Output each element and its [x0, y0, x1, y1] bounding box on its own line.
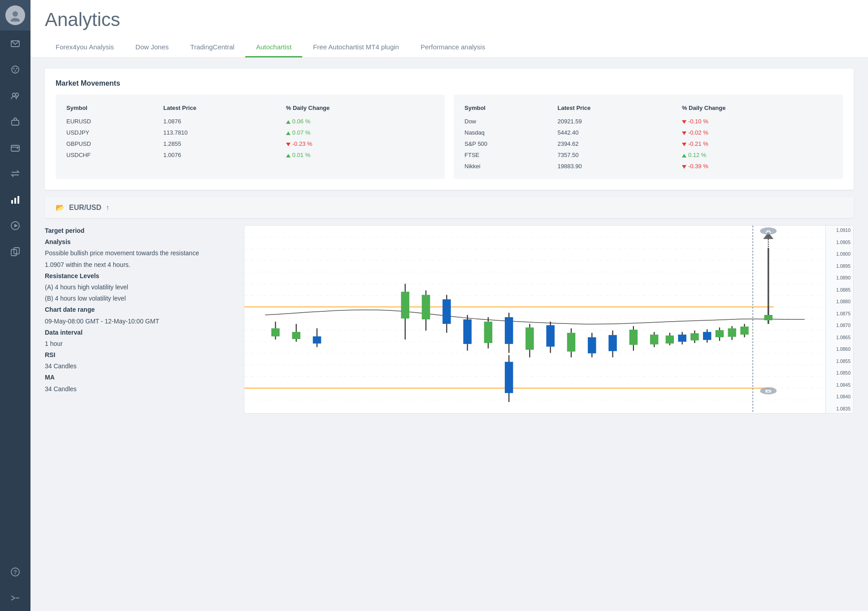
price-label: 1.0900 [829, 251, 851, 257]
briefcase-icon[interactable] [0, 109, 30, 135]
svg-rect-75 [666, 336, 674, 344]
mail-icon[interactable] [0, 31, 30, 57]
price-labels: 1.09101.09051.09001.08951.08901.08851.08… [825, 226, 853, 413]
arrow-up-icon [286, 131, 291, 135]
price-cell: 113.7810 [160, 127, 282, 138]
price-label: 1.0895 [829, 263, 851, 269]
svg-point-0 [13, 11, 18, 17]
change-cell: -0.21 % [678, 138, 836, 149]
eurusd-label: EUR/USD [69, 204, 101, 212]
table-row: Dow20921.59-0.10 % [461, 116, 836, 127]
price-label: 1.0865 [829, 335, 851, 340]
svg-rect-69 [608, 335, 617, 351]
table-row: FTSE7357.500.12 % [461, 149, 836, 161]
col-header: Latest Price [554, 102, 678, 116]
arrow-up-icon [682, 154, 686, 157]
analysis-line: 1.0907 within the next 4 hours. [45, 259, 233, 271]
svg-text:B: B [765, 389, 772, 393]
arrow-up-icon [286, 154, 291, 157]
wallet-icon[interactable] [0, 135, 30, 161]
tab-tradingcentral[interactable]: TradingCentral [179, 38, 245, 57]
symbol-cell: Nikkei [461, 161, 554, 172]
svg-rect-67 [588, 337, 596, 354]
change-cell: -0.23 % [282, 138, 438, 149]
price-label: 1.0875 [829, 311, 851, 316]
arrow-down-icon [682, 131, 686, 135]
col-header: Latest Price [160, 102, 282, 116]
transfer-icon[interactable] [0, 161, 30, 187]
symbol-cell: USDJPY [63, 127, 160, 138]
avatar-container[interactable] [0, 0, 30, 31]
tab-free-autochartist-mt4-plugin[interactable]: Free Autochartist MT4 plugin [302, 38, 410, 57]
table-row: GBPUSD1.2855-0.23 % [63, 138, 438, 149]
svg-point-4 [13, 68, 15, 70]
analysis-line: (A) 4 hours high volatility level [45, 282, 233, 293]
analysis-line: RSI [45, 349, 233, 361]
table-row: EURUSD1.08760.06 % [63, 116, 438, 127]
market-movements-card: Market Movements SymbolLatest Price% Dai… [45, 69, 854, 190]
analysis-line: MA [45, 372, 233, 383]
play-icon[interactable] [0, 213, 30, 239]
arrow-down-icon [286, 143, 291, 146]
analysis-line: Data interval [45, 327, 233, 338]
change-cell: -0.39 % [678, 161, 836, 172]
symbol-cell: FTSE [461, 149, 554, 161]
indices-table: SymbolLatest Price% Daily ChangeDow20921… [454, 95, 843, 179]
svg-point-1 [11, 18, 20, 22]
svg-rect-65 [567, 333, 576, 352]
arrow-down-icon [682, 120, 686, 124]
copy-icon[interactable] [0, 239, 30, 265]
analytics-icon[interactable] [0, 187, 30, 213]
price-label: 1.0855 [829, 358, 851, 364]
svg-rect-61 [525, 327, 534, 350]
header: Analytics Forex4you AnalysisDow JonesTra… [30, 0, 868, 58]
col-header: Symbol [461, 102, 554, 116]
analysis-line: 09-May-08:00 GMT - 12-May-10:00 GMT [45, 316, 233, 327]
price-cell: 19883.90 [554, 161, 678, 172]
table-row: USDCHF1.00760.01 % [63, 149, 438, 161]
svg-rect-12 [11, 200, 13, 204]
change-cell: 0.07 % [282, 127, 438, 138]
svg-rect-63 [546, 325, 555, 347]
analysis-line: 34 Candles [45, 361, 233, 372]
svg-rect-89 [764, 315, 773, 320]
svg-rect-45 [313, 336, 321, 344]
price-cell: 1.0876 [160, 116, 282, 127]
svg-rect-57 [505, 317, 513, 344]
analysis-line: 34 Candles [45, 384, 233, 395]
change-cell: 0.12 % [678, 149, 836, 161]
symbol-cell: GBPUSD [63, 138, 160, 149]
col-header: % Daily Change [678, 102, 836, 116]
arrow-down-icon [682, 143, 686, 146]
svg-rect-53 [463, 319, 472, 344]
price-label: 1.0905 [829, 240, 851, 245]
price-cell: 1.0076 [160, 149, 282, 161]
price-label: 1.0885 [829, 287, 851, 292]
col-header: Symbol [63, 102, 160, 116]
svg-rect-73 [650, 335, 659, 345]
palette-icon[interactable] [0, 57, 30, 83]
svg-rect-79 [690, 333, 699, 340]
change-cell: 0.06 % [282, 116, 438, 127]
eurusd-selector[interactable]: 📂 EUR/USD ↑ [45, 197, 854, 218]
analysis-line: Target period [45, 225, 233, 236]
svg-point-5 [16, 68, 17, 70]
analysis-line: Possible bullish price movement towards … [45, 248, 233, 259]
content-area: Market Movements SymbolLatest Price% Dai… [30, 58, 868, 611]
table-row: Nikkei19883.90-0.39 % [461, 161, 836, 172]
tab-forex4you-analysis[interactable]: Forex4you Analysis [45, 38, 125, 57]
sidebar: ? [0, 0, 30, 611]
tab-dow-jones[interactable]: Dow Jones [125, 38, 179, 57]
expand-icon[interactable] [0, 585, 30, 611]
tab-performance-analysis[interactable]: Performance analysis [410, 38, 496, 57]
price-label: 1.0880 [829, 299, 851, 304]
analysis-section: Target periodAnalysisPossible bullish pr… [45, 225, 854, 414]
svg-rect-71 [629, 330, 638, 345]
change-cell: 0.01 % [282, 149, 438, 161]
tab-autochartist[interactable]: Autochartist [245, 38, 302, 57]
svg-text:?: ? [13, 569, 17, 576]
svg-point-3 [12, 66, 19, 73]
arrow-up-icon: ↑ [106, 204, 109, 212]
help-icon[interactable]: ? [0, 559, 30, 585]
team-icon[interactable] [0, 83, 30, 109]
